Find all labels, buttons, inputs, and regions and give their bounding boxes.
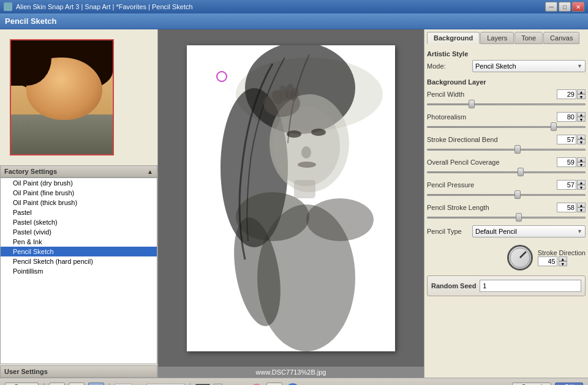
- grid-button[interactable]: ⊞: [266, 383, 282, 386]
- photorealism-thumb[interactable]: [551, 122, 557, 131]
- pencil-coverage-track[interactable]: [427, 168, 586, 176]
- pencil-type-select[interactable]: Default Pencil ▼: [472, 225, 586, 237]
- stroke-direction-dial[interactable]: [507, 245, 533, 271]
- stroke-length-down[interactable]: ▼: [577, 207, 586, 212]
- stroke-bend-value[interactable]: 57: [557, 135, 576, 144]
- pencil-width-down[interactable]: ▼: [577, 94, 586, 99]
- cursor-circle: [216, 71, 227, 82]
- titlebar-controls: ─ □ ✕: [545, 2, 584, 12]
- pencil-pressure-up[interactable]: ▲: [577, 180, 586, 185]
- save-button[interactable]: Save: [5, 383, 39, 386]
- pencil-width-track[interactable]: [427, 100, 586, 108]
- list-item[interactable]: Oil Paint (dry brush): [1, 178, 157, 188]
- photorealism-down[interactable]: ▼: [577, 117, 586, 122]
- hand-tool[interactable]: ✋: [49, 383, 65, 386]
- tab-canvas[interactable]: Canvas: [543, 32, 579, 44]
- pencil-width-value-box: 29 ▲ ▼: [557, 89, 586, 99]
- stroke-direction-value[interactable]: 45: [538, 256, 557, 266]
- factory-settings-header[interactable]: Factory Settings ▲: [0, 165, 157, 178]
- stroke-bend-rail: [427, 149, 586, 151]
- list-item[interactable]: Oil Paint (thick brush): [1, 198, 157, 207]
- photorealism-up[interactable]: ▲: [577, 112, 586, 117]
- mode-select-arrow: ▼: [577, 63, 582, 69]
- mode-select[interactable]: Pencil Sketch ▼: [472, 60, 586, 72]
- tab-background[interactable]: Background: [427, 32, 480, 44]
- canvas-area: [158, 29, 424, 367]
- stroke-bend-track[interactable]: [427, 145, 586, 154]
- svg-point-7: [311, 129, 326, 136]
- maximize-button[interactable]: □: [559, 2, 571, 12]
- pencil-coverage-down[interactable]: ▼: [577, 162, 586, 167]
- pencil-coverage-up[interactable]: ▲: [577, 157, 586, 162]
- pencil-width-up[interactable]: ▲: [577, 89, 586, 94]
- stroke-length-value[interactable]: 58: [557, 203, 576, 212]
- photorealism-spinner: ▲ ▼: [577, 112, 586, 122]
- preview-image: [11, 40, 113, 154]
- zoom-tool[interactable]: 🔍: [69, 383, 85, 386]
- dial-value-row: 45 ▲ ▼: [538, 256, 567, 266]
- svg-rect-10: [294, 180, 315, 198]
- pencil-coverage-value[interactable]: 59: [557, 157, 576, 167]
- minimize-button[interactable]: ─: [545, 2, 557, 12]
- crop-tool[interactable]: ⊕: [88, 383, 104, 386]
- stroke-length-up[interactable]: ▲: [577, 203, 586, 207]
- breadcrumb: Pencil Sketch: [5, 17, 57, 26]
- pencil-coverage-thumb[interactable]: [518, 168, 524, 176]
- photorealism-value[interactable]: 80: [557, 112, 576, 122]
- user-settings-header[interactable]: User Settings: [0, 365, 157, 378]
- help-button[interactable]: ?: [286, 383, 300, 386]
- list-item[interactable]: Pastel (vivid): [1, 227, 157, 237]
- pencil-pressure-down[interactable]: ▼: [577, 185, 586, 190]
- filename-bar: www.DSC7713%2B.jpg: [158, 367, 424, 378]
- photorealism-rail: [427, 126, 586, 128]
- stroke-bend-up[interactable]: ▲: [577, 135, 586, 140]
- random-seed-section: Random Seed: [427, 275, 586, 296]
- list-item[interactable]: Pastel (sketch): [1, 217, 157, 227]
- pencil-width-spinner: ▲ ▼: [577, 89, 586, 99]
- stroke-length-track[interactable]: [427, 213, 586, 222]
- separator3: [190, 383, 190, 386]
- stroke-direction-row: Stroke Direction 45 ▲ ▼: [427, 245, 586, 271]
- list-item-pencil-sketch[interactable]: Pencil Sketch: [1, 247, 157, 256]
- center-panel: www.DSC7713%2B.jpg: [158, 29, 424, 378]
- svg-line-24: [520, 252, 526, 258]
- stroke-direction-up[interactable]: ▲: [559, 256, 567, 261]
- list-item[interactable]: Oil Paint (fine brush): [1, 188, 157, 198]
- titlebar: Alien Skin Snap Art 3 | Snap Art | *Favo…: [0, 0, 588, 13]
- list-item[interactable]: Pencil Sketch (hard pencil): [1, 256, 157, 266]
- pencil-pressure-label-row: Pencil Pressure 57 ▲ ▼: [427, 180, 586, 190]
- tab-layers[interactable]: Layers: [480, 32, 514, 44]
- pencil-type-row: Pencil Type Default Pencil ▼: [427, 225, 586, 237]
- pencil-pressure-thumb[interactable]: [514, 190, 521, 199]
- dial-label-area: Stroke Direction 45 ▲ ▼: [538, 249, 586, 266]
- pencil-width-rail: [427, 103, 586, 105]
- stroke-length-thumb[interactable]: [516, 213, 522, 222]
- ok-button[interactable]: OK: [555, 383, 583, 386]
- stroke-bend-thumb[interactable]: [514, 145, 521, 154]
- pencil-width-thumb[interactable]: [469, 100, 475, 108]
- pencil-pressure-rail: [427, 194, 586, 196]
- list-item[interactable]: Pointillism: [1, 266, 157, 276]
- close-button[interactable]: ✕: [572, 2, 584, 12]
- list-item[interactable]: Pastel: [1, 207, 157, 217]
- stroke-bend-label-row: Stroke Directional Bend 57 ▲ ▼: [427, 135, 586, 144]
- list-item[interactable]: Pen & Ink: [1, 237, 157, 247]
- stroke-bend-label: Stroke Directional Bend: [427, 136, 498, 143]
- pencil-type-arrow: ▼: [577, 228, 582, 234]
- pencil-pressure-track[interactable]: [427, 190, 586, 199]
- mode-label: Mode:: [427, 62, 470, 70]
- tab-tone[interactable]: Tone: [514, 32, 543, 44]
- cancel-button[interactable]: Cancel: [512, 383, 551, 386]
- pencil-pressure-value[interactable]: 57: [557, 180, 576, 190]
- stroke-direction-label: Stroke Direction: [538, 249, 586, 256]
- random-seed-input[interactable]: [480, 280, 581, 292]
- photorealism-section: Photorealism 80 ▲ ▼: [427, 112, 586, 131]
- stroke-bend-down[interactable]: ▼: [577, 140, 586, 144]
- stroke-direction-spinner: ▲ ▼: [559, 256, 567, 266]
- pencil-width-value[interactable]: 29: [557, 89, 576, 99]
- stroke-length-section: Pencil Stroke Length 58 ▲ ▼: [427, 203, 586, 222]
- stroke-direction-down[interactable]: ▼: [559, 261, 567, 266]
- app-icon: [4, 2, 12, 11]
- filename-text: www.DSC7713%2B.jpg: [256, 368, 326, 376]
- photorealism-track[interactable]: [427, 122, 586, 131]
